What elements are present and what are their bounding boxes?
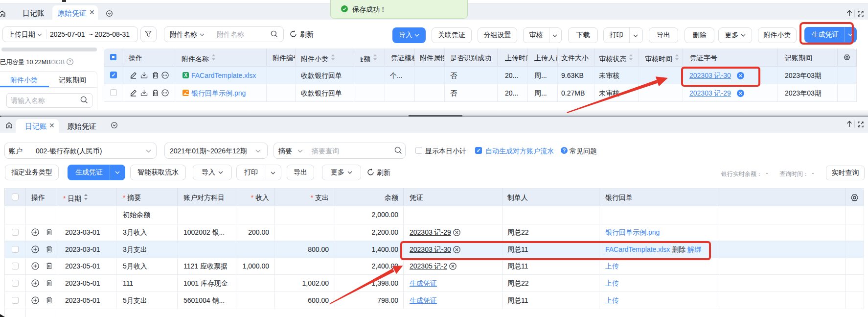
svg-text:?: ? (563, 148, 566, 153)
svg-text:?: ? (69, 59, 71, 64)
